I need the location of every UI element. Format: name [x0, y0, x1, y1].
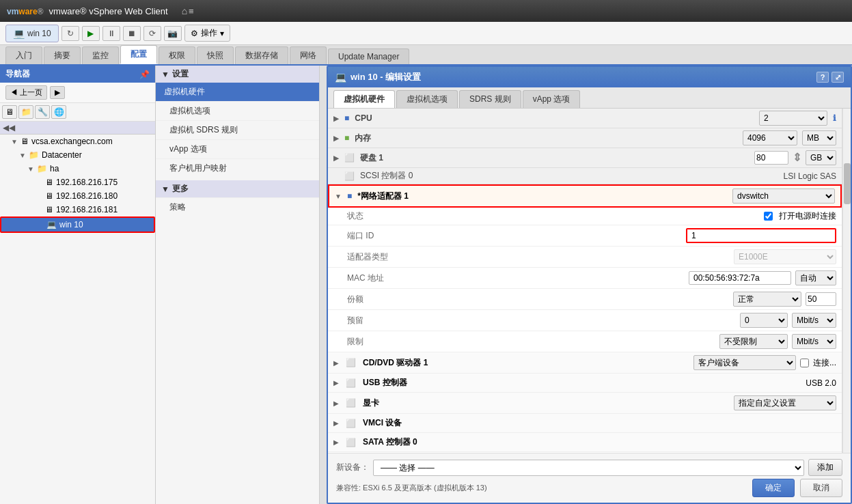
settings-section-settings[interactable]: ▼ 设置	[156, 66, 319, 83]
tree-toggle-empty4	[37, 221, 44, 229]
pause-btn[interactable]: ⏸	[102, 26, 120, 41]
net-select[interactable]: dvswitch	[732, 188, 835, 204]
cpu-select[interactable]: 2148	[759, 111, 827, 126]
scrollbar-thumb[interactable]	[844, 163, 851, 204]
tree-icon-btn1[interactable]: 🖥	[2, 105, 17, 119]
hw-row-vmci[interactable]: ▶ ⬜ VMCI 设备	[328, 414, 842, 433]
settings-item-guest-map[interactable]: 客户机用户映射	[156, 158, 319, 178]
hw-row-memory[interactable]: ▶ ■ 内存 4096102420488192 MBGB	[328, 128, 842, 148]
home-menu-icon[interactable]: ≡	[189, 6, 194, 16]
tab-datastore[interactable]: 数据存储	[235, 46, 288, 64]
tab-network[interactable]: 网络	[290, 46, 327, 64]
cd-expand: ▶	[333, 359, 342, 367]
modal-tab-options[interactable]: 虚拟机选项	[396, 90, 458, 108]
modal-tab-vapp[interactable]: vApp 选项	[523, 90, 581, 108]
add-device-btn[interactable]: 添加	[808, 459, 842, 476]
ok-btn[interactable]: 确定	[752, 479, 795, 497]
mem-select[interactable]: 4096102420488192	[743, 130, 797, 145]
net-mac-mode-select[interactable]: 自动手动	[795, 270, 836, 285]
new-device-select[interactable]: —— 选择 ——	[373, 460, 804, 476]
mem-unit-select[interactable]: MBGB	[802, 130, 836, 145]
cd-connect-checkbox[interactable]	[800, 359, 809, 367]
net-share-select[interactable]: 正常低高	[733, 292, 801, 307]
tree-label-datacenter: Datacenter	[42, 150, 82, 160]
net-portid-input[interactable]	[686, 228, 836, 243]
mem-label: 内存	[355, 132, 740, 144]
tree-item-host175[interactable]: 🖥 192.168.216.175	[0, 176, 155, 189]
tree-item-ha[interactable]: ▼ 📁 ha	[0, 162, 155, 176]
net-share-num[interactable]	[806, 292, 836, 306]
tab-permission[interactable]: 权限	[159, 46, 195, 64]
tree-item-vcsa[interactable]: ▼ 🖥 vcsa.exchangecn.com	[0, 135, 155, 148]
tree-item-datacenter[interactable]: ▼ 📁 Datacenter	[0, 148, 155, 162]
modal-scrollbar[interactable]	[842, 109, 851, 453]
hw-row-usb[interactable]: ▶ ⬜ USB 控制器 USB 2.0	[328, 374, 842, 393]
stop-btn[interactable]: ⏹	[123, 26, 141, 41]
hw-row-net-reserve: 预留 0 Mbit/s	[328, 310, 842, 331]
snapshot-btn[interactable]: 📷	[164, 26, 182, 41]
vm-tab[interactable]: 💻 win 10	[5, 25, 59, 42]
collapse-sidebar-btn[interactable]: ◀◀	[3, 123, 15, 132]
tab-intro[interactable]: 入门	[5, 46, 42, 64]
tree-icon-btn3[interactable]: 🔧	[35, 105, 50, 119]
modal-tab-hw[interactable]: 虚拟机硬件	[333, 90, 395, 108]
hw-row-net-type: 适配器类型 E1000E	[328, 247, 842, 268]
tree-icon-btn4[interactable]: 🌐	[51, 105, 66, 119]
gpu-icon: ⬜	[346, 398, 356, 408]
tab-snapshot[interactable]: 快照	[197, 46, 234, 64]
usb-icon: ⬜	[346, 378, 356, 388]
settings-item-vapp[interactable]: vApp 选项	[156, 139, 319, 158]
actions-menu[interactable]: ⚙ 操作 ▾	[184, 25, 230, 42]
forward-btn[interactable]: ▶	[50, 86, 65, 99]
hw-row-cpu[interactable]: ▶ ■ CPU 2148 ℹ	[328, 109, 842, 128]
tree-icon-vcsa: 🖥	[20, 137, 29, 146]
settings-item-policy[interactable]: 策略	[156, 197, 319, 216]
refresh-btn[interactable]: ↻	[61, 26, 79, 41]
tree-icon-btn2[interactable]: 📁	[18, 105, 33, 119]
tab-update[interactable]: Update Manager	[328, 48, 409, 64]
back-btn[interactable]: ◀ 上一页	[5, 85, 47, 100]
modal-tab-sdrs[interactable]: SDRS 规则	[459, 90, 521, 108]
net-reserve-unit[interactable]: Mbit/s	[792, 313, 836, 328]
tab-monitor[interactable]: 监控	[82, 46, 119, 64]
tree-item-host180[interactable]: 🖥 192.168.216.180	[0, 189, 155, 203]
cancel-btn[interactable]: 取消	[800, 479, 842, 497]
disk-size-input[interactable]	[754, 151, 788, 165]
settings-section-more[interactable]: ▼ 更多	[156, 180, 319, 197]
settings-panel: ▼ 设置 虚拟机硬件 虚拟机选项 虚拟机 SDRS 规则 vApp 选项 客户机…	[156, 66, 320, 504]
net-limit-unit[interactable]: Mbit/s	[792, 334, 836, 349]
settings-item-vm-hardware[interactable]: 虚拟机硬件	[156, 83, 319, 101]
modal-expand-btn[interactable]: ⤢	[832, 72, 844, 83]
settings-item-vm-options[interactable]: 虚拟机选项	[156, 101, 319, 120]
modal-help-btn[interactable]: ?	[816, 72, 829, 83]
cpu-info-icon[interactable]: ℹ	[833, 113, 836, 123]
hw-row-disk[interactable]: ▶ ⬜ 硬盘 1 ⇕ GBMB	[328, 148, 842, 168]
settings-section-toggle: ▼	[161, 70, 169, 79]
cpu-label: CPU	[355, 113, 756, 123]
tree-label-host180: 192.168.216.180	[56, 191, 118, 201]
hw-row-net-adapter[interactable]: ▼ ■ *网络适配器 1 dvswitch	[328, 184, 842, 208]
home-icon[interactable]: ⌂	[182, 5, 187, 16]
settings-item-sdrs[interactable]: 虚拟机 SDRS 规则	[156, 120, 319, 139]
tree-item-host181[interactable]: 🖥 192.168.216.181	[0, 203, 155, 216]
tab-config[interactable]: 配置	[120, 45, 157, 64]
net-type-select[interactable]: E1000E	[734, 249, 836, 264]
disk-unit-select[interactable]: GBMB	[806, 150, 836, 165]
tree-item-win10[interactable]: 💻 win 10	[0, 216, 155, 233]
tab-summary[interactable]: 摘要	[44, 46, 81, 64]
net-reserve-select[interactable]: 0	[740, 313, 788, 328]
cd-select[interactable]: 客户端设备	[693, 355, 796, 370]
play-btn[interactable]: ▶	[82, 26, 100, 41]
cpu-icon: ■	[344, 113, 349, 123]
net-limit-select[interactable]: 不受限制	[719, 334, 788, 349]
gpu-select[interactable]: 指定自定义设置	[734, 395, 836, 410]
pin-icon[interactable]: 📌	[139, 70, 150, 79]
net-status-checkbox[interactable]	[764, 212, 773, 221]
hw-row-cdrom[interactable]: ▶ ⬜ CD/DVD 驱动器 1 客户端设备 连接...	[328, 352, 842, 374]
net-mac-input[interactable]	[689, 271, 791, 285]
hw-row-gpu[interactable]: ▶ ⬜ 显卡 指定自定义设置	[328, 393, 842, 414]
mem-icon: ■	[344, 133, 349, 143]
disk-label: 硬盘 1	[360, 152, 752, 164]
hw-row-sata[interactable]: ▶ ⬜ SATA 控制器 0	[328, 433, 842, 452]
reset-btn[interactable]: ⟳	[143, 26, 161, 41]
